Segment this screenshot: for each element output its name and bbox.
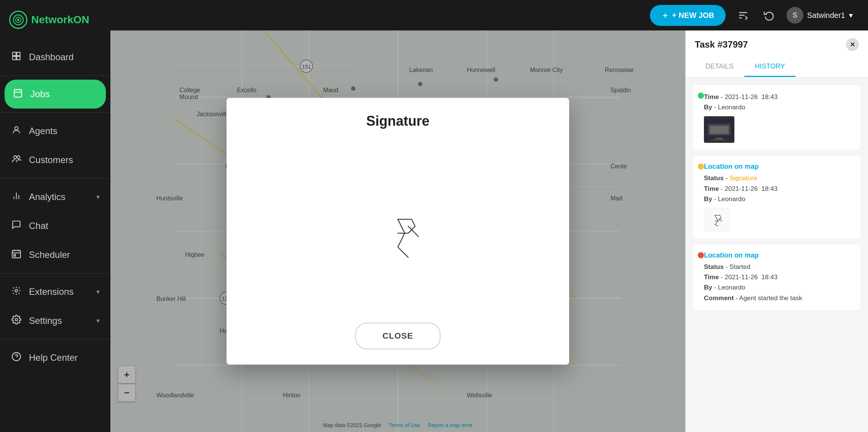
sidebar-nav: Dashboard Jobs Agents Customers: [0, 40, 110, 432]
dashboard-icon: [11, 51, 22, 63]
signature-modal: Signature CLOSE: [227, 98, 569, 365]
settings-icon: [11, 315, 22, 327]
tab-details[interactable]: DETAILS: [695, 57, 744, 77]
agents-icon: [11, 125, 22, 137]
sidebar-item-help-label: Help Center: [29, 352, 100, 363]
sidebar-item-chat-label: Chat: [29, 221, 100, 231]
user-dropdown-arrow: ▾: [849, 11, 853, 20]
map-area: 151 63 MO-0 124 124 54 19: [110, 30, 685, 432]
svg-rect-71: [712, 139, 727, 141]
history-dot-1: [698, 93, 704, 99]
chat-icon: [11, 220, 22, 232]
history-label-2: Location on map: [704, 163, 854, 171]
sidebar-item-analytics-label: Analytics: [29, 192, 89, 202]
jobs-icon: [12, 88, 24, 100]
task-title-row: Task #37997 ✕: [695, 38, 859, 51]
history-time-3: Time - 2021-11-26 18:43: [704, 272, 854, 282]
sidebar-item-scheduler-label: Scheduler: [29, 250, 100, 260]
task-title: Task #37997: [695, 39, 748, 50]
svg-rect-4: [17, 52, 20, 56]
modal-title: Signature: [366, 113, 429, 129]
history-image-1: [704, 116, 734, 143]
sidebar-item-settings[interactable]: Settings ▾: [0, 306, 110, 335]
signature-preview-thumbnail[interactable]: [704, 208, 730, 232]
refresh-icon-button[interactable]: [761, 7, 777, 24]
svg-point-23: [15, 318, 18, 321]
sidebar-item-agents-label: Agents: [29, 126, 100, 136]
sidebar-item-agents[interactable]: Agents: [0, 117, 110, 146]
task-body: Time - 2021-11-26 18:43 By - Leonardo: [686, 77, 868, 324]
svg-point-22: [15, 290, 18, 292]
history-comment-3: Comment - Agent started the task: [704, 293, 854, 303]
svg-rect-3: [13, 52, 16, 56]
svg-rect-5: [13, 56, 16, 60]
settings-arrow-icon: ▾: [96, 317, 100, 325]
sidebar-item-jobs[interactable]: Jobs: [5, 80, 106, 109]
svg-rect-17: [12, 250, 21, 258]
history-dot-3: [698, 252, 704, 258]
logo-text: NetworkON: [31, 14, 89, 26]
new-job-label: + NEW JOB: [672, 11, 714, 20]
sidebar-item-extensions-label: Extensions: [29, 286, 89, 297]
tab-history[interactable]: HISTORY: [744, 57, 796, 77]
sidebar-item-jobs-label: Jobs: [30, 89, 98, 99]
extensions-arrow-icon: ▾: [96, 288, 100, 296]
user-profile[interactable]: S Satwinder1 ▾: [787, 7, 853, 24]
svg-rect-6: [17, 56, 20, 60]
new-job-button[interactable]: ＋ + NEW JOB: [650, 5, 726, 26]
plus-icon: ＋: [661, 10, 669, 21]
header: ＋ + NEW JOB S Satwinder1 ▾: [110, 0, 868, 30]
modal-close-button[interactable]: CLOSE: [355, 323, 441, 349]
logo: NetworkON: [0, 0, 110, 40]
sidebar-item-dashboard[interactable]: Dashboard: [0, 43, 110, 72]
svg-rect-70: [715, 138, 723, 139]
task-panel: Task #37997 ✕ DETAILS HISTORY Time - 202…: [685, 30, 868, 432]
scheduler-icon: [11, 249, 22, 261]
sidebar-item-help[interactable]: Help Center: [0, 343, 110, 372]
svg-point-2: [17, 19, 19, 21]
history-by-2: By - Leonardo: [704, 194, 854, 204]
svg-rect-69: [710, 126, 729, 134]
sidebar-item-customers-label: Customers: [29, 155, 100, 165]
svg-rect-21: [14, 254, 16, 256]
svg-rect-7: [14, 90, 22, 97]
history-status-2: Status - Signature: [704, 173, 854, 183]
history-label-3: Location on map: [704, 251, 854, 259]
customers-icon: [11, 154, 22, 166]
history-by-1: By - Leonardo: [704, 102, 854, 112]
sidebar: NetworkON Dashboard Jobs Agents: [0, 0, 110, 432]
history-entry-2: Location on map Status - Signature Time …: [693, 156, 860, 238]
task-tabs: DETAILS HISTORY: [695, 57, 859, 77]
history-status-3: Status - Started: [704, 262, 854, 272]
help-icon: [11, 352, 22, 364]
history-by-3: By - Leonardo: [704, 282, 854, 293]
svg-point-11: [15, 126, 18, 130]
history-entry-1: Time - 2021-11-26 18:43 By - Leonardo: [693, 85, 860, 150]
sidebar-item-extensions[interactable]: Extensions ▾: [0, 277, 110, 306]
signature-canvas-area: [242, 144, 554, 315]
signature-drawing: [360, 192, 436, 268]
sort-icon-button[interactable]: [735, 7, 752, 24]
sidebar-item-settings-label: Settings: [29, 315, 89, 326]
analytics-icon: [11, 191, 22, 203]
history-entry-3: Location on map Status - Started Time - …: [693, 245, 860, 310]
sidebar-item-chat[interactable]: Chat: [0, 211, 110, 240]
task-panel-close-button[interactable]: ✕: [846, 38, 859, 51]
svg-point-12: [14, 156, 17, 159]
content-area: 151 63 MO-0 124 124 54 19: [110, 30, 868, 432]
modal-overlay: Signature CLOSE: [110, 30, 685, 432]
sidebar-item-analytics[interactable]: Analytics ▾: [0, 182, 110, 211]
user-name: Satwinder1: [807, 11, 845, 20]
sidebar-item-dashboard-label: Dashboard: [29, 52, 100, 62]
task-header: Task #37997 ✕ DETAILS HISTORY: [686, 30, 868, 77]
history-time-1: Time - 2021-11-26 18:43: [704, 92, 854, 102]
analytics-arrow-icon: ▾: [96, 193, 100, 201]
history-dot-2: [698, 163, 704, 170]
sidebar-item-customers[interactable]: Customers: [0, 146, 110, 174]
svg-point-13: [17, 156, 20, 159]
sidebar-item-scheduler[interactable]: Scheduler: [0, 240, 110, 269]
history-time-2: Time - 2021-11-26 18:43: [704, 184, 854, 194]
extensions-icon: [11, 286, 22, 298]
logo-icon: [9, 11, 27, 29]
avatar: S: [787, 7, 803, 24]
